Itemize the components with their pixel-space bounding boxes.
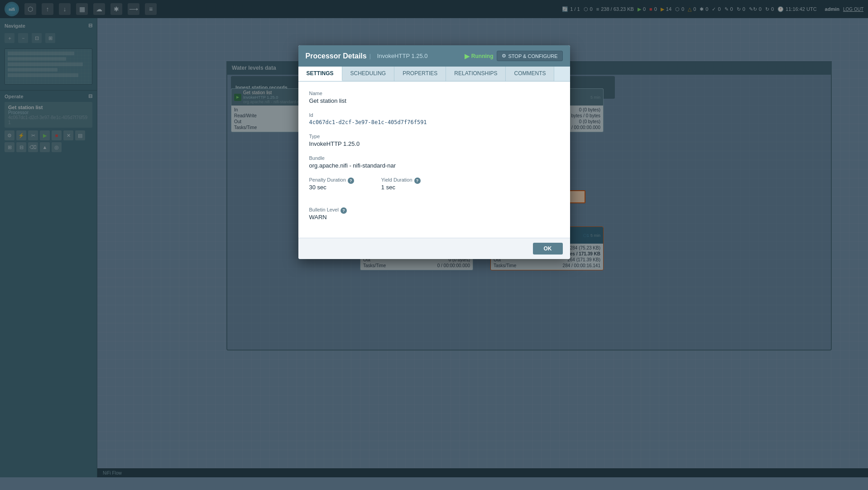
modal-title-area: Processor Details | InvokeHTTP 1.25.0 bbox=[306, 52, 428, 60]
type-label: Type bbox=[309, 134, 559, 139]
bulletin-label-area: Bulletin Level ? bbox=[309, 207, 559, 214]
tab-comments[interactable]: COMMENTS bbox=[506, 67, 554, 81]
tab-properties[interactable]: PROPERTIES bbox=[394, 67, 446, 81]
name-value: Get station list bbox=[309, 97, 559, 104]
modal-subtitle: InvokeHTTP 1.25.0 bbox=[377, 53, 428, 59]
bulletin-field-group: Bulletin Level ? WARN bbox=[309, 207, 559, 221]
bundle-value: org.apache.nifi - nifi-standard-nar bbox=[309, 162, 559, 169]
type-field-group: Type InvokeHTTP 1.25.0 bbox=[309, 134, 559, 147]
stop-configure-button[interactable]: ⚙ STOP & CONFIGURE bbox=[497, 51, 562, 61]
penalty-value: 30 sec bbox=[309, 184, 354, 191]
modal-status: ▶ Running ⚙ STOP & CONFIGURE bbox=[465, 51, 563, 61]
bulletin-label: Bulletin Level bbox=[309, 207, 339, 212]
running-status: ▶ Running bbox=[465, 53, 494, 60]
penalty-label-area: Penalty Duration ? bbox=[309, 177, 354, 184]
tab-settings[interactable]: SETTINGS bbox=[298, 67, 342, 81]
modal-title-separator: | bbox=[369, 53, 371, 59]
ok-button[interactable]: OK bbox=[533, 243, 563, 255]
penalty-label: Penalty Duration bbox=[309, 177, 346, 183]
type-value: InvokeHTTP 1.25.0 bbox=[309, 140, 559, 147]
bulletin-value: WARN bbox=[309, 214, 559, 221]
modal-header: Processor Details | InvokeHTTP 1.25.0 ▶ … bbox=[298, 45, 570, 67]
yield-field-group: Yield Duration ? 1 sec bbox=[381, 177, 421, 191]
duration-row: Penalty Duration ? 30 sec Yield Duration… bbox=[309, 177, 559, 199]
running-text: Running bbox=[471, 53, 494, 59]
yield-label-area: Yield Duration ? bbox=[381, 177, 421, 184]
name-label: Name bbox=[309, 91, 559, 96]
tab-scheduling[interactable]: SCHEDULING bbox=[342, 67, 395, 81]
id-value: 4c067dc1-d2cf-3e97-8e1c-405d7f76f591 bbox=[309, 119, 559, 125]
bundle-label: Bundle bbox=[309, 155, 559, 161]
processor-details-modal: Processor Details | InvokeHTTP 1.25.0 ▶ … bbox=[298, 45, 570, 259]
yield-info-icon[interactable]: ? bbox=[414, 178, 421, 184]
name-field-group: Name Get station list bbox=[309, 91, 559, 104]
modal-body: Name Get station list Id 4c067dc1-d2cf-3… bbox=[298, 82, 570, 238]
yield-label: Yield Duration bbox=[381, 177, 412, 183]
id-field-group: Id 4c067dc1-d2cf-3e97-8e1c-405d7f76f591 bbox=[309, 112, 559, 125]
bundle-field-group: Bundle org.apache.nifi - nifi-standard-n… bbox=[309, 155, 559, 169]
penalty-info-icon[interactable]: ? bbox=[348, 178, 354, 184]
stop-configure-label: STOP & CONFIGURE bbox=[508, 53, 557, 59]
penalty-field-group: Penalty Duration ? 30 sec bbox=[309, 177, 354, 191]
modal-overlay: Processor Details | InvokeHTTP 1.25.0 ▶ … bbox=[0, 0, 868, 490]
running-play-icon: ▶ bbox=[465, 53, 470, 60]
bulletin-info-icon[interactable]: ? bbox=[340, 207, 347, 214]
modal-footer: OK bbox=[298, 238, 570, 259]
yield-value: 1 sec bbox=[381, 184, 421, 191]
modal-title: Processor Details bbox=[306, 52, 367, 60]
tab-relationships[interactable]: RELATIONSHIPS bbox=[446, 67, 506, 81]
stop-icon: ⚙ bbox=[502, 53, 506, 59]
id-label: Id bbox=[309, 112, 559, 118]
modal-tabs: SETTINGS SCHEDULING PROPERTIES RELATIONS… bbox=[298, 67, 570, 82]
